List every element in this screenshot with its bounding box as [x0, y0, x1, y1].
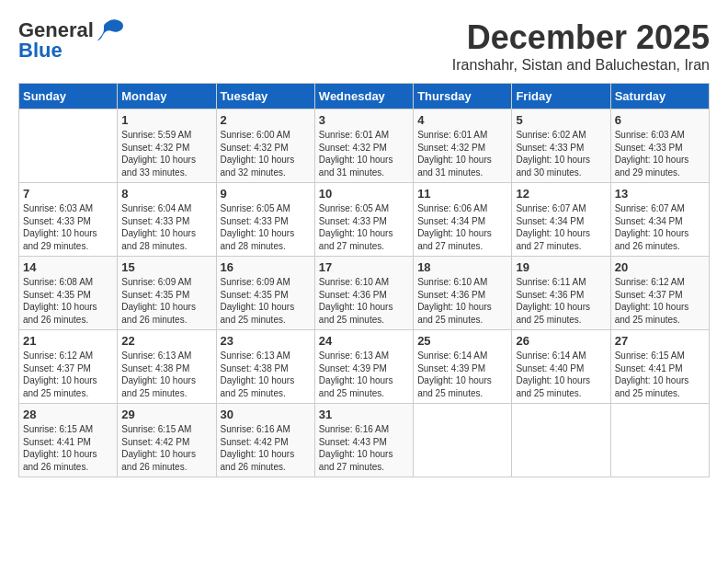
title-block: December 2025 Iranshahr, Sistan and Balu…	[452, 18, 710, 74]
day-info: Sunrise: 6:09 AM Sunset: 4:35 PM Dayligh…	[121, 276, 211, 326]
calendar-cell: 30Sunrise: 6:16 AM Sunset: 4:42 PM Dayli…	[216, 404, 314, 477]
day-info: Sunrise: 6:04 AM Sunset: 4:33 PM Dayligh…	[121, 202, 211, 252]
calendar-cell: 26Sunrise: 6:14 AM Sunset: 4:40 PM Dayli…	[512, 330, 610, 404]
calendar-cell: 13Sunrise: 6:07 AM Sunset: 4:34 PM Dayli…	[610, 183, 709, 257]
calendar-header-thursday: Thursday	[414, 84, 512, 109]
day-info: Sunrise: 6:03 AM Sunset: 4:33 PM Dayligh…	[615, 129, 705, 178]
day-number: 28	[23, 408, 113, 421]
day-number: 29	[121, 408, 211, 421]
day-info: Sunrise: 6:15 AM Sunset: 4:41 PM Dayligh…	[615, 350, 705, 399]
day-number: 6	[615, 113, 705, 127]
day-info: Sunrise: 6:16 AM Sunset: 4:42 PM Dayligh…	[221, 423, 311, 473]
calendar-cell: 19Sunrise: 6:11 AM Sunset: 4:36 PM Dayli…	[512, 257, 610, 330]
day-number: 3	[319, 113, 409, 127]
day-info: Sunrise: 6:08 AM Sunset: 4:35 PM Dayligh…	[23, 276, 113, 326]
day-info: Sunrise: 6:13 AM Sunset: 4:39 PM Dayligh…	[319, 350, 409, 399]
day-number: 19	[516, 260, 606, 274]
calendar-cell: 1Sunrise: 5:59 AM Sunset: 4:32 PM Daylig…	[118, 109, 216, 183]
day-info: Sunrise: 6:13 AM Sunset: 4:38 PM Dayligh…	[221, 350, 311, 399]
day-info: Sunrise: 6:13 AM Sunset: 4:38 PM Dayligh…	[121, 350, 211, 399]
day-number: 8	[121, 187, 211, 201]
calendar-cell: 10Sunrise: 6:05 AM Sunset: 4:33 PM Dayli…	[314, 183, 413, 257]
day-number: 18	[417, 260, 507, 274]
page-header: General Blue December 2025 Iranshahr, Si…	[18, 18, 710, 74]
day-number: 27	[615, 334, 705, 348]
calendar-cell: 31Sunrise: 6:16 AM Sunset: 4:43 PM Dayli…	[314, 404, 413, 477]
day-info: Sunrise: 6:00 AM Sunset: 4:32 PM Dayligh…	[221, 129, 311, 178]
calendar-cell: 8Sunrise: 6:04 AM Sunset: 4:33 PM Daylig…	[118, 183, 216, 257]
calendar-header-tuesday: Tuesday	[216, 84, 314, 109]
day-number: 23	[221, 334, 311, 348]
calendar-week-4: 21Sunrise: 6:12 AM Sunset: 4:37 PM Dayli…	[19, 330, 710, 404]
calendar-header-monday: Monday	[118, 84, 216, 109]
day-number: 15	[121, 260, 211, 274]
day-info: Sunrise: 6:03 AM Sunset: 4:33 PM Dayligh…	[23, 202, 113, 252]
calendar-cell: 25Sunrise: 6:14 AM Sunset: 4:39 PM Dayli…	[414, 330, 512, 404]
day-info: Sunrise: 6:10 AM Sunset: 4:36 PM Dayligh…	[319, 276, 409, 326]
day-number: 4	[417, 113, 507, 127]
day-info: Sunrise: 6:14 AM Sunset: 4:39 PM Dayligh…	[417, 350, 507, 399]
calendar-cell: 28Sunrise: 6:15 AM Sunset: 4:41 PM Dayli…	[19, 404, 118, 477]
calendar-cell: 16Sunrise: 6:09 AM Sunset: 4:35 PM Dayli…	[216, 257, 314, 330]
day-number: 22	[121, 334, 211, 348]
day-info: Sunrise: 6:10 AM Sunset: 4:36 PM Dayligh…	[417, 276, 507, 326]
day-number: 26	[516, 334, 606, 348]
day-number: 17	[319, 260, 409, 274]
calendar-header-friday: Friday	[512, 84, 610, 109]
month-title: December 2025	[452, 18, 710, 57]
calendar-cell: 24Sunrise: 6:13 AM Sunset: 4:39 PM Dayli…	[314, 330, 413, 404]
day-number: 31	[319, 408, 409, 421]
calendar-cell: 23Sunrise: 6:13 AM Sunset: 4:38 PM Dayli…	[216, 330, 314, 404]
day-number: 12	[516, 187, 606, 201]
calendar-cell: 17Sunrise: 6:10 AM Sunset: 4:36 PM Dayli…	[314, 257, 413, 330]
calendar-week-1: 1Sunrise: 5:59 AM Sunset: 4:32 PM Daylig…	[19, 109, 710, 183]
day-info: Sunrise: 6:12 AM Sunset: 4:37 PM Dayligh…	[615, 276, 705, 326]
day-number: 24	[319, 334, 409, 348]
calendar-cell: 22Sunrise: 6:13 AM Sunset: 4:38 PM Dayli…	[118, 330, 216, 404]
calendar-cell: 9Sunrise: 6:05 AM Sunset: 4:33 PM Daylig…	[216, 183, 314, 257]
day-info: Sunrise: 6:07 AM Sunset: 4:34 PM Dayligh…	[516, 202, 606, 252]
calendar-cell	[19, 109, 118, 183]
day-number: 7	[23, 187, 113, 201]
day-number: 21	[23, 334, 113, 348]
calendar-header-sunday: Sunday	[19, 84, 118, 109]
day-number: 16	[221, 260, 311, 274]
day-number: 14	[23, 260, 113, 274]
calendar-cell: 7Sunrise: 6:03 AM Sunset: 4:33 PM Daylig…	[19, 183, 118, 257]
day-number: 13	[615, 187, 705, 201]
calendar-week-5: 28Sunrise: 6:15 AM Sunset: 4:41 PM Dayli…	[19, 404, 710, 477]
day-info: Sunrise: 6:16 AM Sunset: 4:43 PM Dayligh…	[319, 423, 409, 473]
calendar-cell: 27Sunrise: 6:15 AM Sunset: 4:41 PM Dayli…	[610, 330, 709, 404]
day-info: Sunrise: 6:15 AM Sunset: 4:42 PM Dayligh…	[121, 423, 211, 473]
day-info: Sunrise: 6:15 AM Sunset: 4:41 PM Dayligh…	[23, 423, 113, 473]
day-info: Sunrise: 5:59 AM Sunset: 4:32 PM Dayligh…	[121, 129, 211, 178]
calendar-cell	[610, 404, 709, 477]
day-number: 11	[417, 187, 507, 201]
logo-bird-icon	[96, 18, 125, 42]
calendar-cell: 12Sunrise: 6:07 AM Sunset: 4:34 PM Dayli…	[512, 183, 610, 257]
day-number: 30	[221, 408, 311, 421]
calendar-cell: 2Sunrise: 6:00 AM Sunset: 4:32 PM Daylig…	[216, 109, 314, 183]
calendar-header-wednesday: Wednesday	[314, 84, 413, 109]
calendar-table: SundayMondayTuesdayWednesdayThursdayFrid…	[18, 83, 710, 477]
calendar-cell: 18Sunrise: 6:10 AM Sunset: 4:36 PM Dayli…	[414, 257, 512, 330]
logo-blue-text: Blue	[18, 39, 63, 63]
calendar-header-saturday: Saturday	[610, 84, 709, 109]
calendar-cell	[512, 404, 610, 477]
logo: General Blue	[18, 18, 125, 63]
calendar-week-3: 14Sunrise: 6:08 AM Sunset: 4:35 PM Dayli…	[19, 257, 710, 330]
calendar-cell: 29Sunrise: 6:15 AM Sunset: 4:42 PM Dayli…	[118, 404, 216, 477]
day-info: Sunrise: 6:09 AM Sunset: 4:35 PM Dayligh…	[221, 276, 311, 326]
calendar-cell: 11Sunrise: 6:06 AM Sunset: 4:34 PM Dayli…	[414, 183, 512, 257]
calendar-cell: 5Sunrise: 6:02 AM Sunset: 4:33 PM Daylig…	[512, 109, 610, 183]
day-number: 10	[319, 187, 409, 201]
day-info: Sunrise: 6:14 AM Sunset: 4:40 PM Dayligh…	[516, 350, 606, 399]
calendar-week-2: 7Sunrise: 6:03 AM Sunset: 4:33 PM Daylig…	[19, 183, 710, 257]
calendar-cell: 21Sunrise: 6:12 AM Sunset: 4:37 PM Dayli…	[19, 330, 118, 404]
day-number: 9	[221, 187, 311, 201]
day-info: Sunrise: 6:01 AM Sunset: 4:32 PM Dayligh…	[417, 129, 507, 178]
day-info: Sunrise: 6:07 AM Sunset: 4:34 PM Dayligh…	[615, 202, 705, 252]
calendar-cell: 4Sunrise: 6:01 AM Sunset: 4:32 PM Daylig…	[414, 109, 512, 183]
day-info: Sunrise: 6:05 AM Sunset: 4:33 PM Dayligh…	[319, 202, 409, 252]
day-info: Sunrise: 6:12 AM Sunset: 4:37 PM Dayligh…	[23, 350, 113, 399]
